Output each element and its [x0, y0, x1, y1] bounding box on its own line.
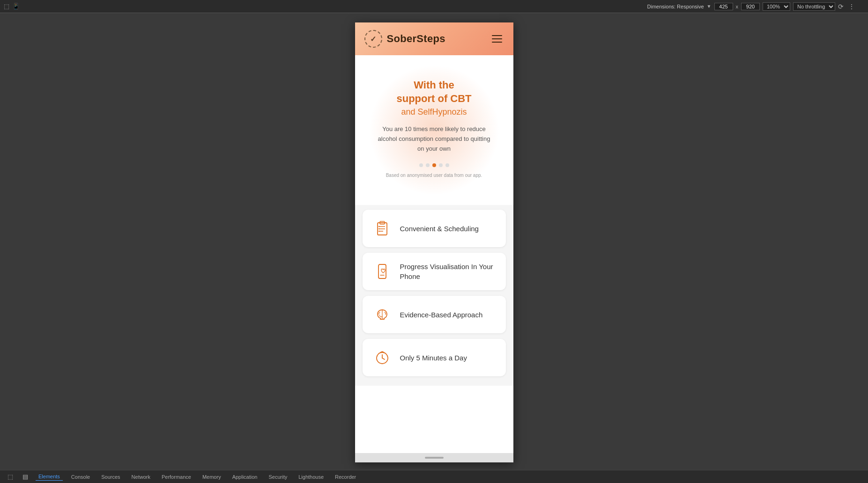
hero-content: With the support of CBT and SelfHypnozis… — [378, 65, 490, 178]
left-panel: ✓ SoberSteps With the support of CBT — [0, 13, 868, 470]
width-input[interactable] — [714, 3, 733, 10]
brain-icon — [372, 304, 393, 325]
svg-point-7 — [378, 231, 379, 232]
clock-icon — [372, 347, 393, 368]
clipboard-icon — [372, 218, 393, 239]
devtools-icon-left[interactable]: ⬚ — [6, 472, 15, 482]
app-header: ✓ SoberSteps — [355, 22, 513, 55]
hero-footnote: Based on anonymised user data from our a… — [378, 173, 490, 178]
hero-description: You are 10 times more likely to reduce a… — [378, 124, 490, 154]
tab-elements[interactable]: Elements — [36, 473, 63, 481]
tab-security[interactable]: Security — [266, 473, 290, 481]
hero-title-line1: With the — [378, 79, 490, 92]
hero-title: With the support of CBT — [378, 79, 490, 105]
features-section: Convenient & Scheduling Progress Visuali… — [355, 205, 513, 386]
height-input[interactable] — [741, 3, 760, 10]
dots-row — [378, 163, 490, 167]
device-icon[interactable]: 📱 — [12, 3, 20, 10]
svg-line-12 — [382, 358, 385, 359]
hamburger-line-2 — [492, 38, 502, 39]
tab-console[interactable]: Console — [68, 473, 93, 481]
dot-3 — [432, 163, 436, 167]
dot-5 — [445, 163, 449, 167]
devtools-icon-grid[interactable]: ▤ — [21, 472, 30, 482]
dot-1 — [419, 163, 423, 167]
logo-icon: ✓ — [364, 30, 382, 48]
check-mark: ✓ — [370, 35, 376, 44]
feature-label-convenient: Convenient & Scheduling — [400, 224, 479, 234]
feature-label-minutes: Only 5 Minutes a Day — [400, 353, 467, 363]
tab-lighthouse[interactable]: Lighthouse — [296, 473, 326, 481]
svg-point-6 — [378, 228, 379, 229]
phone-viewport[interactable]: ✓ SoberSteps With the support of CBT — [355, 22, 513, 462]
hero-subtitle: and SelfHypnozis — [378, 107, 490, 117]
tab-performance[interactable]: Performance — [159, 473, 194, 481]
zoom-select[interactable]: 100% 75% 50% — [763, 2, 790, 11]
tab-recorder[interactable]: Recorder — [332, 473, 359, 481]
logo-area: ✓ SoberSteps — [364, 30, 445, 48]
dropdown-arrow: ▼ — [707, 4, 712, 9]
tab-sources[interactable]: Sources — [98, 473, 123, 481]
inspect-icon[interactable]: ⬚ — [4, 3, 9, 10]
feature-card-convenient[interactable]: Convenient & Scheduling — [363, 210, 506, 247]
svg-point-5 — [378, 226, 379, 227]
feature-card-evidence[interactable]: Evidence-Based Approach — [363, 296, 506, 333]
throttle-select[interactable]: No throttling Fast 3G Slow 3G — [793, 2, 835, 11]
tab-memory[interactable]: Memory — [200, 473, 224, 481]
rotate-icon[interactable]: ⟳ — [838, 3, 844, 10]
phone-heart-icon — [372, 261, 393, 282]
hero-title-line2: support of CBT — [378, 92, 490, 106]
main-content: ✓ SoberSteps With the support of CBT — [0, 13, 868, 470]
drag-handle-bar — [425, 457, 444, 459]
drag-handle[interactable] — [355, 453, 513, 462]
tab-network[interactable]: Network — [129, 473, 153, 481]
hamburger-line-1 — [492, 35, 502, 36]
dimensions-label: Dimensions: Responsive — [647, 4, 704, 9]
more-options-icon[interactable]: ⋮ — [848, 3, 855, 10]
hamburger-line-3 — [492, 42, 502, 43]
dot-4 — [439, 163, 443, 167]
dimensions-area: Dimensions: Responsive ▼ x 100% 75% 50% … — [647, 2, 855, 11]
hamburger-btn[interactable] — [490, 33, 504, 44]
hero-section: With the support of CBT and SelfHypnozis… — [355, 55, 513, 205]
feature-card-minutes[interactable]: Only 5 Minutes a Day — [363, 339, 506, 376]
bottom-bar: ⬚ ▤ Elements Console Sources Network Per… — [0, 470, 868, 483]
tab-application[interactable]: Application — [230, 473, 260, 481]
toolbar-icons-left: ⬚ 📱 — [4, 3, 20, 10]
feature-label-progress: Progress Visualisation In Your Phone — [400, 262, 497, 281]
app-name: SoberSteps — [387, 33, 445, 45]
dot-2 — [426, 163, 430, 167]
dimension-x: x — [736, 4, 739, 9]
feature-card-progress[interactable]: Progress Visualisation In Your Phone — [363, 253, 506, 290]
feature-label-evidence: Evidence-Based Approach — [400, 310, 483, 320]
devtools-top-toolbar: ⬚ 📱 Dimensions: Responsive ▼ x 100% 75% … — [0, 0, 868, 13]
